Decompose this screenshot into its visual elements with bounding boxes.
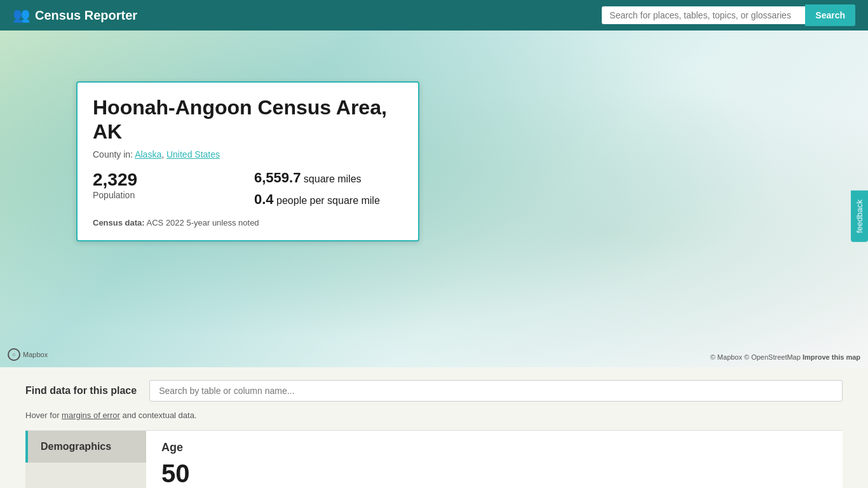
improve-map-link[interactable]: Improve this map	[803, 353, 860, 361]
stats-grid: 2,329 Population 6,559.7 square miles 0.…	[93, 170, 403, 208]
logo-icon: 👥	[13, 7, 29, 24]
map-attribution: © Mapbox © OpenStreetMap Improve this ma…	[710, 353, 860, 361]
mapbox-circle-icon: ○	[8, 348, 20, 361]
place-title: Hoonah-Angoon Census Area, AK	[93, 95, 403, 144]
mapbox-label: Mapbox	[23, 351, 48, 358]
area-number: 6,559.7	[254, 170, 301, 186]
age-section-title: Age	[161, 441, 827, 454]
census-data-label: Census data:	[93, 218, 145, 227]
census-data-value-text: ACS 2022 5-year unless noted	[147, 218, 259, 227]
hover-hint-suffix: and contextual data.	[120, 410, 197, 420]
table-search-input[interactable]	[149, 380, 843, 402]
area-line: 6,559.7 square miles	[254, 170, 403, 186]
header: 👥 Census Reporter Search	[0, 0, 868, 30]
population-stat: 2,329 Population	[93, 170, 241, 208]
attribution-text: © Mapbox © OpenStreetMap	[710, 353, 801, 361]
median-age-number: 50	[161, 459, 827, 488]
county-in-prefix: County in:	[93, 149, 135, 159]
area-stat: 6,559.7 square miles 0.4 people per squa…	[254, 170, 403, 208]
header-search-area: Search	[602, 4, 855, 26]
hover-hint-prefix: Hover for	[25, 410, 62, 420]
bottom-section: Find data for this place Hover for margi…	[0, 367, 868, 488]
census-data-line: Census data: ACS 2022 5-year unless note…	[93, 218, 403, 227]
demographics-nav-item[interactable]: Demographics	[25, 431, 146, 463]
data-section: Demographics Age 50 Median age Populatio…	[25, 430, 843, 488]
search-input[interactable]	[602, 6, 805, 24]
population-number: 2,329	[93, 170, 241, 190]
comma-separator: ,	[161, 149, 166, 159]
hover-hint: Hover for margins of error and contextua…	[25, 410, 843, 420]
density-number: 0.4	[254, 191, 274, 207]
margins-of-error-link[interactable]: margins of error	[62, 410, 120, 420]
alaska-link[interactable]: Alaska	[135, 149, 161, 159]
area-unit-text: square miles	[304, 173, 362, 184]
density-unit-text: people per square mile	[276, 195, 380, 206]
map-container: Hoonah-Angoon Census Area, AK County in:…	[0, 30, 868, 367]
density-line: 0.4 people per square mile	[254, 191, 403, 208]
info-box: Hoonah-Angoon Census Area, AK County in:…	[76, 81, 419, 241]
site-title: Census Reporter	[35, 8, 137, 23]
left-nav: Demographics	[25, 431, 146, 488]
search-button[interactable]: Search	[805, 4, 855, 26]
county-in-line: County in: Alaska, United States	[93, 149, 403, 159]
mapbox-logo: ○ Mapbox	[8, 348, 48, 361]
right-content: Age 50 Median age Population by age rang…	[146, 431, 843, 488]
feedback-tab[interactable]: feedback	[851, 191, 868, 242]
header-left: 👥 Census Reporter	[13, 7, 137, 24]
population-label: Population	[93, 190, 241, 200]
united-states-link[interactable]: United States	[166, 149, 220, 159]
find-data-row: Find data for this place	[25, 380, 843, 402]
find-data-label: Find data for this place	[25, 385, 137, 396]
